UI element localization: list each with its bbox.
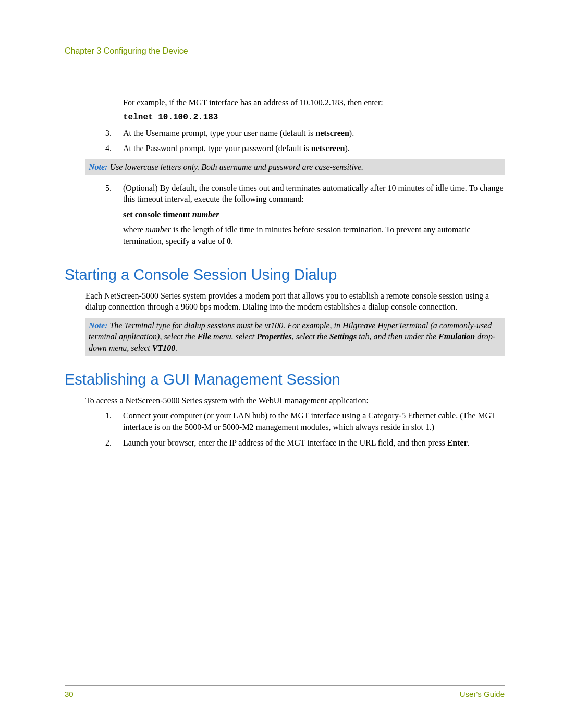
heading-gui: Establishing a GUI Management Session	[65, 369, 505, 390]
page-number: 30	[65, 689, 74, 699]
step-number: 4.	[105, 143, 123, 154]
chapter-title: Chapter 3 Configuring the Device	[65, 46, 188, 55]
step-body: Connect your computer (or your LAN hub) …	[123, 410, 505, 433]
guide-label: User's Guide	[460, 689, 505, 699]
step-body: At the Password prompt, type your passwo…	[123, 143, 505, 154]
dialup-paragraph: Each NetScreen-5000 Series system provid…	[85, 290, 505, 313]
continuation-block: For example, if the MGT interface has an…	[123, 97, 505, 124]
step-5: 5. (Optional) By default, the console ti…	[105, 182, 505, 251]
step-number: 2.	[105, 437, 123, 449]
step-3: 3. At the Username prompt, type your use…	[105, 128, 505, 139]
step-number: 1.	[105, 410, 123, 433]
example-intro: For example, if the MGT interface has an…	[123, 97, 505, 108]
note-case-sensitive: Note: Use lowercase letters only. Both u…	[85, 159, 505, 175]
command-variable: number	[192, 210, 219, 219]
note-label: Note:	[89, 163, 107, 171]
note-vt100: Note: The Terminal type for dialup sessi…	[85, 318, 505, 356]
step-body: Launch your browser, enter the IP addres…	[123, 437, 505, 449]
note-label: Note:	[89, 321, 107, 330]
step-body: At the Username prompt, type your user n…	[123, 128, 505, 139]
page-header: Chapter 3 Configuring the Device	[65, 45, 505, 60]
heading-dialup: Starting a Console Session Using Dialup	[65, 265, 505, 285]
gui-intro: To access a NetScreen-5000 Series system…	[85, 395, 505, 406]
telnet-command: telnet 10.100.2.183	[123, 112, 505, 124]
note-text: Use lowercase letters only. Both usernam…	[107, 163, 363, 171]
gui-step-2: 2. Launch your browser, enter the IP add…	[105, 437, 505, 449]
step-number: 3.	[105, 128, 123, 139]
gui-step-1: 1. Connect your computer (or your LAN hu…	[105, 410, 505, 433]
command-literal: set console timeout	[123, 210, 192, 219]
page-footer: 30 User's Guide	[65, 685, 505, 699]
step-number: 5.	[105, 182, 123, 251]
step-4: 4. At the Password prompt, type your pas…	[105, 143, 505, 154]
step-body: (Optional) By default, the console times…	[123, 182, 505, 251]
